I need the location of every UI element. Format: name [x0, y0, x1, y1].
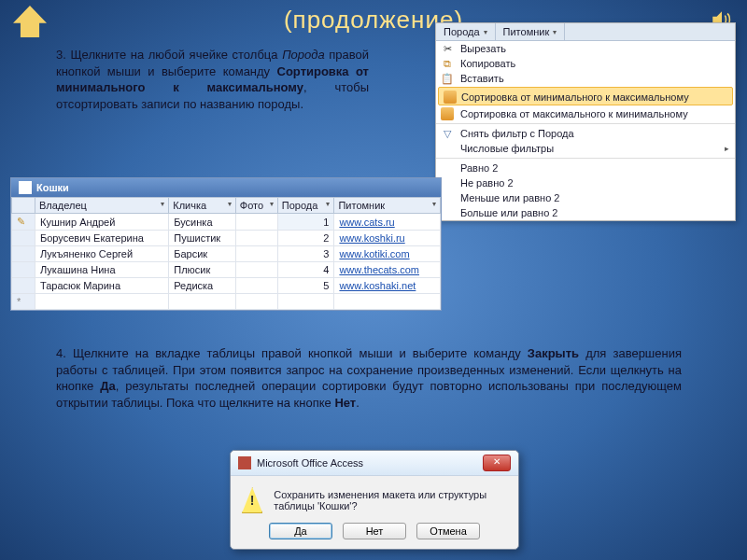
chevron-right-icon: ▸	[725, 144, 729, 153]
access-icon	[238, 456, 251, 469]
row-selector-header	[12, 198, 35, 214]
paragraph-3: 3. Щелкните на любой ячейке столбца Поро…	[56, 47, 369, 112]
context-menu: Порода▾ Питомник▾ ✂Вырезать ⧉Копировать …	[435, 22, 736, 221]
ctx-copy[interactable]: ⧉Копировать	[436, 56, 735, 71]
col-photo[interactable]: Фото▾	[235, 198, 277, 214]
text-bold: Да	[100, 379, 116, 393]
dialog-buttons: Да Нет Отмена	[231, 519, 518, 549]
no-button[interactable]: Нет	[343, 523, 406, 539]
ctx-col-poroda[interactable]: Порода▾	[436, 23, 496, 40]
ctx-clear-filter[interactable]: ▽Снять фильтр с Порода	[436, 123, 735, 141]
col-name[interactable]: Кличка▾	[169, 198, 236, 214]
ctx-header: Порода▾ Питомник▾	[436, 23, 735, 41]
ctx-paste[interactable]: 📋Вставить	[436, 71, 735, 86]
text-em: Порода	[282, 48, 325, 62]
ctx-number-filters[interactable]: Числовые фильтры▸	[436, 141, 735, 156]
ctx-neq[interactable]: Не равно 2	[436, 175, 735, 190]
data-table: Кошки Владелец▾ Кличка▾ Фото▾ Порода▾ Пи…	[10, 177, 442, 311]
ctx-eq[interactable]: Равно 2	[436, 158, 735, 175]
copy-icon: ⧉	[441, 57, 454, 70]
text-bold: Нет	[334, 396, 356, 410]
cut-icon: ✂	[441, 42, 454, 55]
text-bold: Закрыть	[528, 346, 579, 360]
ctx-cut[interactable]: ✂Вырезать	[436, 41, 735, 56]
col-site[interactable]: Питомник▾	[334, 198, 441, 214]
warning-icon	[242, 487, 262, 513]
ctx-sort-desc[interactable]: Сортировка от максимального к минимально…	[436, 106, 735, 121]
yes-button[interactable]: Да	[269, 523, 332, 539]
col-owner[interactable]: Владелец▾	[35, 198, 169, 214]
dialog-message: Сохранить изменения макета или структуры…	[274, 489, 507, 511]
paragraph-4: 4. Щелкните на вкладке таблицы правой кн…	[56, 345, 682, 411]
close-button[interactable]: ✕	[483, 455, 511, 471]
ctx-lte[interactable]: Меньше или равно 2	[436, 190, 735, 205]
paste-icon: 📋	[441, 72, 454, 85]
table-row[interactable]: Лукъяненко СергейБарсик3www.kotiki.com	[12, 246, 441, 262]
table-row[interactable]: Борусевич ЕкатеринаПушистик2www.koshki.r…	[12, 231, 441, 246]
cancel-button[interactable]: Отмена	[416, 523, 480, 539]
dialog-title: Microsoft Office Access	[257, 457, 363, 469]
table-icon	[19, 181, 32, 194]
text: 4. Щелкните на вкладке таблицы правой кн…	[56, 346, 528, 360]
save-dialog: Microsoft Office Access ✕ Сохранить изме…	[230, 450, 519, 550]
dialog-titlebar[interactable]: Microsoft Office Access ✕	[231, 451, 518, 476]
sort-asc-icon	[444, 91, 457, 104]
ctx-sort-asc[interactable]: Сортировка от минимального к максимально…	[438, 87, 733, 105]
sort-desc-icon	[441, 107, 454, 120]
text: , результаты последней операции сортиров…	[56, 379, 682, 410]
table-row[interactable]: Тарасюк МаринаРедиска5www.koshaki.net	[12, 278, 441, 294]
table-row[interactable]: Лукашина НинаПлюсик4www.thecats.com	[12, 262, 441, 278]
ctx-col-pitomnik[interactable]: Питомник▾	[496, 23, 566, 40]
col-breed[interactable]: Порода▾	[277, 198, 334, 214]
text: 3. Щелкните на любой ячейке столбца	[56, 48, 282, 62]
table-row[interactable]: ✎Кушнир АндрейБусинка1www.cats.ru	[12, 214, 441, 231]
table-tab[interactable]: Кошки	[11, 178, 441, 197]
ctx-gte[interactable]: Больше или равно 2	[436, 205, 735, 220]
table-new-row[interactable]: *	[12, 294, 441, 310]
text: .	[356, 396, 359, 410]
filter-clear-icon: ▽	[441, 127, 454, 140]
chevron-down-icon: ▾	[484, 28, 487, 36]
chevron-down-icon: ▾	[553, 28, 557, 36]
table-header-row: Владелец▾ Кличка▾ Фото▾ Порода▾ Питомник…	[12, 198, 441, 214]
